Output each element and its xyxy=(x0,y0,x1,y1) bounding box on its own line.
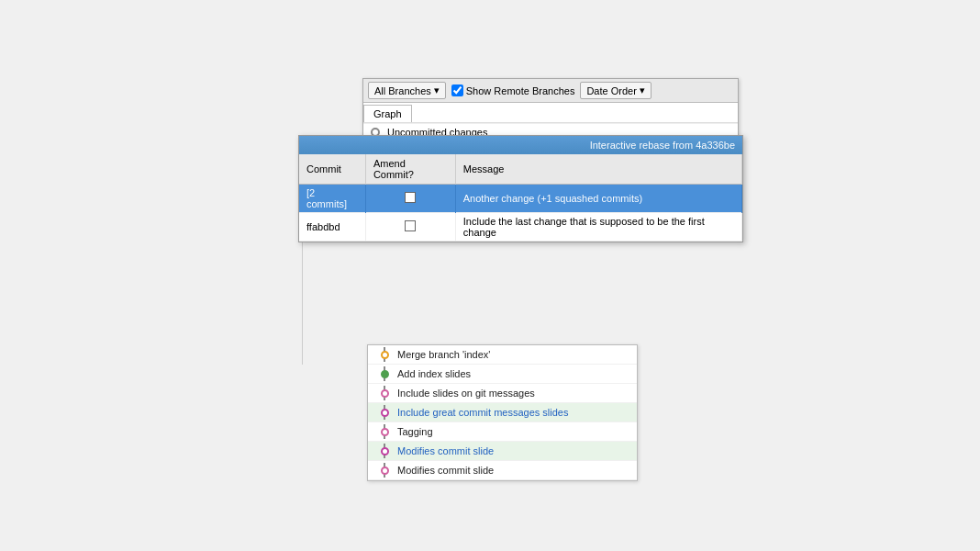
commit-dot xyxy=(381,428,389,436)
rebase-title-bar: Interactive rebase from 4a336be xyxy=(299,136,742,154)
rebase-commit-id: [2 commits] xyxy=(299,185,365,213)
amend-checkbox[interactable] xyxy=(405,220,416,231)
commit-dot xyxy=(381,370,389,378)
rebase-table: Commit Amend Commit? Message [2 commits]… xyxy=(299,154,742,242)
rebase-message: Another change (+1 squashed commits) xyxy=(455,185,741,213)
rebase-commit-id: ffabdbd xyxy=(299,213,365,242)
remote-branches-label: Show Remote Branches xyxy=(466,85,575,96)
graph-col xyxy=(372,424,397,439)
commit-message: Modifies commit slide xyxy=(397,445,633,456)
rebase-table-header: Commit Amend Commit? Message xyxy=(299,154,742,185)
rebase-dialog: Interactive rebase from 4a336be Commit A… xyxy=(298,135,743,242)
graph-col xyxy=(372,463,397,478)
graph-col xyxy=(372,347,397,362)
amend-checkbox[interactable] xyxy=(405,192,416,203)
graph-col xyxy=(372,405,397,420)
all-branches-label: All Branches xyxy=(374,85,431,96)
all-branches-dropdown[interactable]: All Branches ▾ xyxy=(368,82,446,99)
date-order-dropdown[interactable]: Date Order ▾ xyxy=(580,82,651,99)
rebase-title: Interactive rebase from 4a336be xyxy=(590,140,735,151)
graph-col xyxy=(372,444,397,458)
commit-message: Tagging xyxy=(397,426,633,437)
commit-row[interactable]: Modifies commit slide xyxy=(368,442,637,461)
top-git-panel: All Branches ▾ Show Remote Branches Date… xyxy=(362,78,739,141)
commit-dot xyxy=(381,389,389,398)
chevron-down-icon2: ▾ xyxy=(640,84,645,96)
commit-row[interactable]: Include slides on git messages xyxy=(368,384,637,403)
commit-dot xyxy=(381,467,389,475)
commit-dot xyxy=(381,351,389,359)
col-amend: Amend Commit? xyxy=(365,154,455,185)
rebase-row[interactable]: ffabdbd Include the last change that is … xyxy=(299,213,742,242)
commit-list: Merge branch 'index'Add index slidesIncl… xyxy=(368,345,637,480)
commit-history-panel: Merge branch 'index'Add index slidesIncl… xyxy=(367,344,638,481)
graph-tab[interactable]: Graph xyxy=(363,105,412,122)
commit-message: Include slides on git messages xyxy=(397,388,633,399)
rebase-amend-cell[interactable] xyxy=(365,185,455,213)
commit-dot xyxy=(381,447,389,455)
commit-dot xyxy=(381,409,389,417)
col-commit: Commit xyxy=(299,154,365,185)
show-remote-branches-checkbox[interactable]: Show Remote Branches xyxy=(451,84,575,96)
graph-col xyxy=(372,366,397,381)
graph-col xyxy=(372,386,397,400)
rebase-message: Include the last change that is supposed… xyxy=(455,213,741,242)
commit-row[interactable]: Include great commit messages slides xyxy=(368,403,637,422)
top-toolbar: All Branches ▾ Show Remote Branches Date… xyxy=(363,79,738,103)
chevron-down-icon: ▾ xyxy=(434,84,440,96)
remote-branches-input[interactable] xyxy=(451,84,463,96)
col-message: Message xyxy=(455,154,741,185)
commit-row[interactable]: Add index slides xyxy=(368,365,637,384)
graph-tab-label: Graph xyxy=(373,108,402,119)
commit-message: Include great commit messages slides xyxy=(397,407,633,418)
date-order-label: Date Order xyxy=(586,85,636,96)
commit-row[interactable]: Tagging xyxy=(368,422,637,442)
commit-row[interactable]: Merge branch 'index' xyxy=(368,345,637,365)
commit-message: Add index slides xyxy=(397,368,633,379)
rebase-row[interactable]: [2 commits] Another change (+1 squashed … xyxy=(299,185,742,213)
commit-message: Merge branch 'index' xyxy=(397,349,633,360)
commit-row[interactable]: Modifies commit slide xyxy=(368,461,637,480)
commit-message: Modifies commit slide xyxy=(397,465,633,476)
rebase-amend-cell[interactable] xyxy=(365,213,455,242)
